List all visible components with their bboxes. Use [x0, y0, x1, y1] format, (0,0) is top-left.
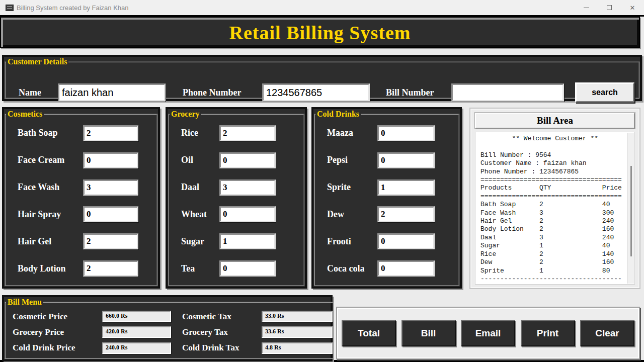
- rice-label: Rice: [181, 128, 219, 138]
- scrollbar-thumb[interactable]: [630, 166, 632, 256]
- cold-drinks-section: Cold Drinks Maaza Pepsi Sprite Dew: [311, 107, 462, 289]
- face-cream-qty-input[interactable]: [83, 152, 138, 168]
- tea-qty-input[interactable]: [219, 260, 276, 277]
- tea-label: Tea: [181, 263, 219, 274]
- cosmetic-price-label: Cosmetic Price: [13, 312, 102, 322]
- dew-qty-input[interactable]: [377, 206, 435, 222]
- product-row: Face Cream: [18, 152, 156, 168]
- cosmetic-price-value: 660.0 Rs: [102, 311, 171, 322]
- maaza-label: Maaza: [327, 128, 377, 138]
- close-icon: ✕: [630, 4, 635, 12]
- product-row: Body Lotion: [18, 260, 156, 277]
- bill-menu-legend: Bill Menu: [6, 298, 43, 307]
- phone-number-input[interactable]: [262, 83, 370, 102]
- frooti-label: Frooti: [327, 236, 377, 247]
- bill-receipt-text: ** Welcome Customer ** Bill Number : 956…: [475, 132, 634, 285]
- face-wash-qty-input[interactable]: [83, 179, 138, 196]
- sprite-qty-input[interactable]: [377, 179, 435, 196]
- hair-spray-qty-input[interactable]: [83, 206, 138, 222]
- phone-number-label: Phone Number: [183, 87, 242, 98]
- cold-drink-tax-value: 4.8 Rs: [262, 342, 333, 354]
- body-lotion-label: Body Lotion: [18, 263, 83, 274]
- product-row: Oil: [181, 152, 303, 168]
- action-buttons-panel: Total Bill Email Print Clear: [336, 307, 640, 359]
- bill-menu-section: Bill Menu Cosmetic Price 660.0 Rs Cosmet…: [2, 295, 333, 361]
- window-title: Billing System created by Faizan Khan: [17, 4, 129, 12]
- bill-scrollbar[interactable]: [627, 133, 634, 284]
- cosmetic-tax-label: Cosmetic Tax: [182, 312, 262, 322]
- frooti-qty-input[interactable]: [377, 233, 435, 249]
- name-label: Name: [19, 87, 41, 98]
- dew-label: Dew: [327, 209, 377, 220]
- bath-soap-label: Bath Soap: [18, 128, 83, 138]
- clear-button[interactable]: Clear: [580, 320, 634, 346]
- product-row: Face Wash: [18, 179, 156, 196]
- grocery-section: Grocery Rice Oil Daal Wheat: [166, 107, 307, 289]
- bill-number-label: Bill Number: [386, 87, 434, 98]
- name-input[interactable]: [58, 83, 166, 102]
- product-row: Rice: [181, 125, 303, 141]
- print-button[interactable]: Print: [521, 320, 575, 346]
- bill-area-title: Bill Area: [475, 113, 635, 129]
- cosmetics-legend: Cosmetics: [6, 110, 44, 119]
- body-lotion-qty-input[interactable]: [83, 260, 138, 277]
- search-button[interactable]: search: [575, 82, 634, 103]
- product-row: Tea: [181, 260, 303, 277]
- product-row: Sugar: [181, 233, 303, 249]
- grocery-tax-value: 33.6 Rs: [262, 326, 333, 338]
- close-button[interactable]: ✕: [621, 0, 644, 15]
- product-row: Daal: [181, 179, 303, 196]
- oil-qty-input[interactable]: [219, 152, 276, 168]
- total-button[interactable]: Total: [342, 320, 396, 346]
- bill-number-input[interactable]: [451, 83, 564, 102]
- hair-gel-label: Hair Gel: [18, 236, 83, 247]
- coca-cola-label: Coca cola: [327, 263, 377, 274]
- wheat-label: Wheat: [181, 209, 219, 220]
- window-titlebar: Billing System created by Faizan Khan ✕: [0, 0, 644, 15]
- pepsi-qty-input[interactable]: [377, 152, 435, 168]
- rice-qty-input[interactable]: [219, 125, 276, 141]
- minimize-icon: [584, 8, 589, 8]
- product-row: Frooti: [327, 233, 458, 249]
- grocery-price-value: 420.0 Rs: [102, 326, 171, 338]
- sugar-qty-input[interactable]: [219, 233, 276, 249]
- product-row: Hair Spray: [18, 206, 156, 222]
- cold-drinks-legend: Cold Drinks: [315, 110, 361, 119]
- daal-qty-input[interactable]: [219, 179, 276, 196]
- product-row: Coca cola: [327, 260, 458, 277]
- maximize-button[interactable]: [598, 0, 621, 15]
- window-controls: ✕: [575, 0, 644, 15]
- wheat-qty-input[interactable]: [219, 206, 276, 222]
- coca-cola-qty-input[interactable]: [377, 260, 435, 277]
- bath-soap-qty-input[interactable]: [83, 125, 138, 141]
- app-content: Retail Billing System Customer Details N…: [0, 15, 644, 362]
- minimize-button[interactable]: [575, 0, 598, 15]
- customer-details-section: Customer Details Name Phone Number Bill …: [2, 55, 642, 101]
- email-button[interactable]: Email: [461, 320, 515, 346]
- product-row: Sprite: [327, 179, 458, 196]
- bill-text-area: ** Welcome Customer ** Bill Number : 956…: [475, 132, 635, 285]
- grocery-price-label: Grocery Price: [13, 327, 102, 337]
- product-row: Hair Gel: [18, 233, 156, 249]
- app-icon: [6, 5, 14, 11]
- face-wash-label: Face Wash: [18, 182, 83, 193]
- hair-spray-label: Hair Spray: [18, 209, 83, 220]
- header-panel: Retail Billing System: [0, 17, 640, 48]
- product-row: Dew: [327, 206, 458, 222]
- bill-menu-row: Cold Drink Price 240.0 Rs Cold Drink Tax…: [13, 342, 333, 354]
- hair-gel-qty-input[interactable]: [83, 233, 138, 249]
- bill-menu-row: Grocery Price 420.0 Rs Grocery Tax 33.6 …: [13, 326, 333, 338]
- cosmetics-section: Cosmetics Bath Soap Face Cream Face Wash…: [2, 107, 160, 289]
- sprite-label: Sprite: [327, 182, 377, 193]
- product-row: Pepsi: [327, 152, 458, 168]
- maximize-icon: [607, 5, 612, 10]
- customer-details-legend: Customer Details: [6, 57, 68, 66]
- pepsi-label: Pepsi: [327, 155, 377, 165]
- bill-menu-row: Cosmetic Price 660.0 Rs Cosmetic Tax 33.…: [13, 311, 333, 322]
- maaza-qty-input[interactable]: [377, 125, 435, 141]
- bill-button[interactable]: Bill: [401, 320, 456, 346]
- grocery-legend: Grocery: [170, 110, 201, 119]
- cold-drink-tax-label: Cold Drink Tax: [182, 343, 262, 353]
- face-cream-label: Face Cream: [18, 155, 83, 165]
- cosmetic-tax-value: 33.0 Rs: [262, 311, 333, 322]
